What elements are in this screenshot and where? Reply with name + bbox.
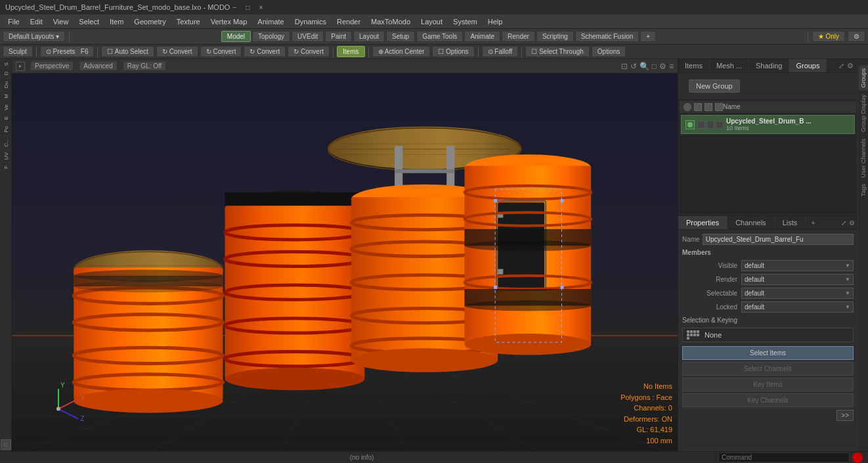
sidebar-bottom-btn[interactable]: □ bbox=[1, 439, 11, 450]
settings-icon2[interactable]: ⚙ bbox=[847, 62, 854, 70]
left-tab-mesh[interactable]: M bbox=[0, 91, 12, 101]
props-locked-dropdown[interactable]: default ▼ bbox=[741, 301, 854, 313]
select-channels-button[interactable]: Select Channels bbox=[682, 362, 854, 376]
tab-mesh[interactable]: Mesh ... bbox=[710, 59, 749, 72]
props-render-dropdown[interactable]: default ▼ bbox=[741, 274, 854, 285]
command-execute-btn[interactable] bbox=[852, 452, 863, 463]
edge-tab-groups[interactable]: Groups bbox=[859, 66, 868, 91]
left-tab-uv[interactable]: UV bbox=[0, 149, 12, 162]
ray-gl-btn[interactable]: Ray GL: Off bbox=[123, 61, 167, 71]
settings-icon[interactable]: ⚙ bbox=[659, 62, 666, 71]
props-expand-icon[interactable]: ⤢ bbox=[841, 219, 846, 227]
menu-item[interactable]: Item bbox=[104, 16, 129, 27]
group-ctrl3[interactable] bbox=[716, 121, 724, 129]
only-btn[interactable]: ★ Only bbox=[812, 31, 845, 42]
tab-schematic-fusion[interactable]: Schematic Fusion bbox=[575, 31, 639, 42]
tab-layout[interactable]: Layout bbox=[353, 31, 385, 42]
menu-icon[interactable]: ≡ bbox=[669, 62, 674, 71]
menu-render[interactable]: Render bbox=[332, 16, 366, 27]
more-button[interactable]: >> bbox=[836, 410, 854, 421]
menu-dynamics[interactable]: Dynamics bbox=[290, 16, 332, 27]
tab-model[interactable]: Model bbox=[221, 31, 251, 42]
tab-items[interactable]: Items bbox=[678, 59, 710, 72]
group-list-item[interactable]: Upcycled_Steel_Drum_B ... 10 Items bbox=[681, 115, 855, 134]
select-items-button[interactable]: Select Items bbox=[682, 346, 854, 360]
rotate-icon[interactable]: ↺ bbox=[630, 62, 637, 71]
3d-scene[interactable]: X Z Y No Items Polygons : Face Channels:… bbox=[12, 74, 678, 451]
tab-channels[interactable]: Channels bbox=[727, 216, 774, 229]
convert-btn1[interactable]: ↻ Convert bbox=[156, 46, 198, 57]
group-ctrl2[interactable] bbox=[706, 121, 714, 129]
menu-vertex-map[interactable]: Vertex Map bbox=[206, 16, 253, 27]
props-settings-icon[interactable]: ⚙ bbox=[849, 219, 855, 227]
props-selectable-dropdown[interactable]: default ▼ bbox=[741, 288, 854, 299]
menu-edit[interactable]: Edit bbox=[25, 16, 48, 27]
tab-groups[interactable]: Groups bbox=[789, 59, 827, 72]
options-btn2[interactable]: Options bbox=[592, 46, 626, 57]
tab-game-tools[interactable]: Game Tools bbox=[416, 31, 463, 42]
menu-texture[interactable]: Texture bbox=[171, 16, 206, 27]
presets-btn[interactable]: ⊙ Presets F6 bbox=[40, 46, 95, 57]
tab-uvedit[interactable]: UVEdit bbox=[292, 31, 324, 42]
menu-layout[interactable]: Layout bbox=[416, 16, 448, 27]
advanced-btn[interactable]: Advanced bbox=[79, 61, 117, 71]
action-center-btn[interactable]: ⊕ Action Center bbox=[372, 46, 431, 57]
tab-properties[interactable]: Properties bbox=[678, 216, 727, 229]
tab-topology[interactable]: Topology bbox=[252, 31, 290, 42]
command-input[interactable] bbox=[718, 452, 850, 462]
close-btn[interactable]: × bbox=[256, 3, 265, 12]
expand-icon[interactable]: □ bbox=[652, 62, 657, 71]
minimize-btn[interactable]: − bbox=[230, 3, 239, 12]
none-selector[interactable]: None bbox=[682, 328, 854, 342]
left-tab-sculpt[interactable]: S bbox=[0, 59, 12, 68]
default-layouts-dropdown[interactable]: Default Layouts ▾ bbox=[3, 31, 65, 42]
group-key-icon[interactable] bbox=[705, 103, 712, 111]
viewport[interactable]: ▸ Perspective Advanced Ray GL: Off ⊡ ↺ 🔍… bbox=[12, 59, 678, 451]
falloff-btn[interactable]: ⊙ Falloff bbox=[482, 46, 519, 57]
auto-select-btn[interactable]: ☐ Auto Select bbox=[101, 46, 154, 57]
key-items-button[interactable]: Key Items bbox=[682, 378, 854, 391]
tab-scripting[interactable]: Scripting bbox=[536, 31, 574, 42]
new-group-button[interactable]: New Group bbox=[689, 79, 740, 93]
settings-btn[interactable]: ⚙ bbox=[848, 31, 865, 42]
group-expand-icon[interactable] bbox=[715, 103, 723, 111]
left-tab-edge[interactable]: E bbox=[0, 113, 12, 122]
group-ctrl1[interactable] bbox=[697, 121, 705, 129]
edge-tab-user-channels[interactable]: User Channels bbox=[859, 136, 868, 181]
left-tab-create[interactable]: C... bbox=[0, 135, 12, 149]
tab-paint[interactable]: Paint bbox=[325, 31, 352, 42]
edge-tab-tags[interactable]: Tags bbox=[859, 181, 868, 199]
perspective-btn[interactable]: Perspective bbox=[30, 61, 74, 71]
tab-add[interactable]: + bbox=[640, 31, 656, 42]
menu-animate[interactable]: Animate bbox=[252, 16, 289, 27]
options-btn1[interactable]: ☐ Options bbox=[432, 46, 474, 57]
search-icon[interactable]: 🔍 bbox=[640, 62, 649, 71]
left-tab-falloff[interactable]: F bbox=[0, 162, 12, 171]
left-tab-polygon[interactable]: Po bbox=[0, 123, 12, 135]
tab-lists[interactable]: Lists bbox=[775, 216, 806, 229]
edge-tab-group-display[interactable]: Group Display bbox=[859, 92, 868, 135]
group-item-visibility[interactable] bbox=[685, 120, 695, 129]
tab-animate[interactable]: Animate bbox=[464, 31, 500, 42]
group-lock-icon[interactable] bbox=[694, 103, 702, 111]
sculpt-btn[interactable]: Sculpt bbox=[3, 46, 33, 57]
left-tab-deform[interactable]: D bbox=[0, 68, 12, 78]
maximize-btn[interactable]: □ bbox=[243, 3, 252, 12]
tab-add-btn[interactable]: + bbox=[806, 216, 820, 229]
group-vis-icon[interactable] bbox=[684, 103, 691, 111]
convert-btn2[interactable]: ↻ Convert bbox=[200, 46, 242, 57]
expand-icon2[interactable]: ⤢ bbox=[838, 62, 844, 70]
menu-maxtomodo[interactable]: MaxToModo bbox=[366, 16, 416, 27]
select-through-btn[interactable]: ☐ Select Through bbox=[525, 46, 589, 57]
viewport-toggle[interactable]: ▸ bbox=[16, 62, 25, 71]
menu-system[interactable]: System bbox=[448, 16, 483, 27]
convert-btn4[interactable]: ↻ Convert bbox=[288, 46, 330, 57]
menu-help[interactable]: Help bbox=[483, 16, 508, 27]
menu-select[interactable]: Select bbox=[74, 16, 104, 27]
key-channels-button[interactable]: Key Channels bbox=[682, 393, 854, 407]
items-btn[interactable]: Items bbox=[337, 46, 364, 57]
tab-render[interactable]: Render bbox=[502, 31, 535, 42]
menu-file[interactable]: File bbox=[3, 16, 25, 27]
tab-shading[interactable]: Shading bbox=[749, 59, 789, 72]
menu-geometry[interactable]: Geometry bbox=[129, 16, 171, 27]
